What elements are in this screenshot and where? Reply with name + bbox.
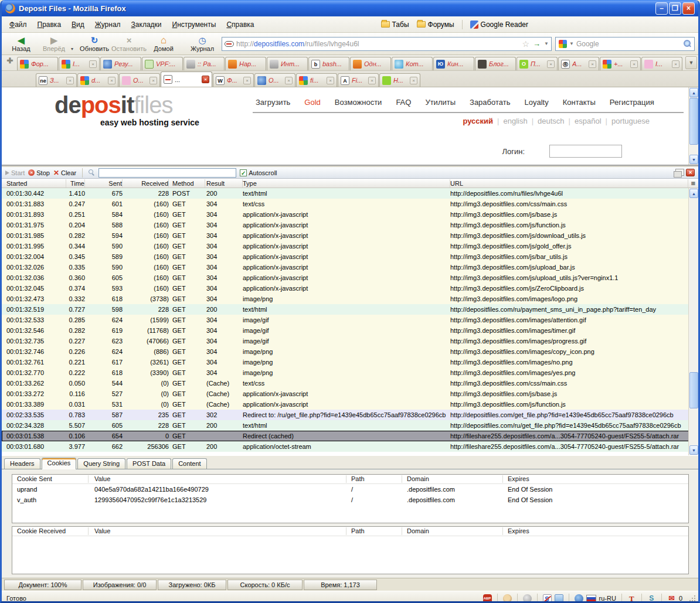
httpfox-start-button[interactable]: Start	[5, 169, 25, 176]
cookie-row[interactable]: uprand040e5a970da682a14211ba166e490729/.…	[12, 484, 688, 495]
search-box[interactable]: ▼ Google	[555, 37, 695, 51]
column-header-Started[interactable]: Started	[2, 179, 66, 188]
column-header-Method[interactable]: Method	[169, 179, 205, 188]
browser-tab[interactable]: Нар...	[225, 57, 266, 70]
browser-tab[interactable]: Инт...	[267, 57, 308, 70]
column-header-URL[interactable]: URL	[450, 179, 688, 188]
request-row[interactable]: 00:01:32.7700.222618(3390)GET304image/pn…	[2, 367, 698, 378]
detail-tab-Cookies[interactable]: Cookies	[42, 458, 77, 469]
browser-tab[interactable]: O...×	[254, 73, 295, 87]
toolbar-handle-icon[interactable]: ✚	[3, 56, 17, 69]
adblock-icon[interactable]: ABP	[483, 594, 492, 603]
tab-close-icon[interactable]: ×	[630, 60, 638, 68]
table-scrollbar[interactable]: ▲ ▼	[688, 188, 698, 455]
browser-tab[interactable]: fi...×	[296, 73, 337, 87]
request-row[interactable]: 00:02:33.5350.783587235GET302Redirect to…	[2, 410, 698, 420]
request-row[interactable]: 00:03:01.6803.977662256306GET200applicat…	[2, 441, 698, 452]
request-row[interactable]: 00:01:32.5190.727598228GET200text/htmlht…	[2, 304, 698, 315]
request-row[interactable]: 00:01:32.0450.374593(160)GET304applicati…	[2, 283, 698, 294]
request-row[interactable]: 00:01:30.4421.410675228POST200text/htmlh…	[2, 188, 698, 199]
bookmark-folder-forums[interactable]: Форумы	[414, 19, 457, 30]
httpfox-filter-input[interactable]	[98, 168, 236, 178]
request-row[interactable]: 00:01:33.2720.116527(0)GET(Cache)applica…	[2, 389, 698, 399]
mail-icon[interactable]: ✉	[667, 594, 676, 603]
browser-tab[interactable]: ⓐA...×	[558, 57, 599, 70]
home-button[interactable]: ⌂ Домой	[148, 33, 179, 54]
browser-tab[interactable]: Кот...	[392, 57, 433, 70]
checkbox-checked-icon[interactable]: ✓	[240, 169, 247, 176]
browser-tab[interactable]: ...×	[161, 71, 212, 87]
tab-close-icon[interactable]: ×	[108, 77, 115, 84]
request-row[interactable]: 00:01:32.0040.345589(160)GET304applicati…	[2, 251, 698, 262]
site-menu-Загрузить[interactable]: Загрузить	[256, 98, 290, 107]
browser-tab[interactable]: neЗ...×	[36, 73, 77, 87]
request-row[interactable]: 00:01:32.5460.282619(11768)GET304image/g…	[2, 325, 698, 336]
request-row[interactable]: 00:03:01.5380.1066540GETRedirect (cached…	[2, 431, 698, 441]
request-row[interactable]: 00:01:31.9750.204588(160)GET304applicati…	[2, 220, 698, 230]
close-panel-icon[interactable]: ✕	[686, 169, 695, 176]
httpfox-clear-button[interactable]: ✕ Clear	[53, 169, 76, 177]
menu-Вид[interactable]: Вид	[66, 18, 90, 31]
request-row[interactable]: 00:01:33.3890.031531(0)GET(Cache)applica…	[2, 399, 698, 410]
request-row[interactable]: 00:01:32.7350.227623(47066)GET304image/g…	[2, 336, 698, 346]
column-header-Received[interactable]: Received	[123, 179, 169, 188]
depositfiles-logo[interactable]: depositfiles	[55, 92, 172, 118]
scroll-down-icon[interactable]: ▼	[689, 155, 698, 164]
request-row[interactable]: 00:01:31.8830.247601(160)GET304text/cssh…	[2, 199, 698, 209]
detach-panel-icon[interactable]	[675, 169, 684, 176]
site-menu-Регистрация[interactable]: Регистрация	[610, 98, 654, 107]
status-ball-icon[interactable]	[523, 594, 532, 603]
request-row[interactable]: 00:01:33.2620.050544(0)GET(Cache)text/cs…	[2, 378, 698, 389]
browser-tab[interactable]: Резу...	[100, 57, 141, 70]
browser-tab[interactable]: Блог...	[475, 57, 516, 70]
menu-Закладки[interactable]: Закладки	[126, 18, 167, 31]
language-русский[interactable]: русский	[463, 117, 493, 125]
site-menu-Gold[interactable]: Gold	[304, 98, 320, 107]
globe-sync-icon[interactable]	[575, 594, 583, 603]
site-menu-Возможности[interactable]: Возможности	[335, 98, 382, 107]
forward-button[interactable]: ▶ Вперёд	[38, 33, 70, 54]
site-menu-Заработать[interactable]: Заработать	[470, 98, 510, 107]
tab-close-icon[interactable]: ×	[285, 77, 293, 84]
column-header-Type[interactable]: Type	[243, 179, 450, 188]
login-input[interactable]	[549, 145, 622, 158]
tab-close-icon[interactable]: ×	[202, 76, 209, 83]
bookmark-folder-tabs[interactable]: Табы	[379, 19, 412, 30]
tab-close-icon[interactable]: ×	[243, 77, 251, 84]
cookie-column-Path[interactable]: Path	[346, 475, 402, 483]
maximize-button[interactable]: ❐	[669, 2, 681, 15]
tab-close-icon[interactable]: ×	[672, 60, 679, 68]
tab-close-icon[interactable]: ×	[66, 77, 74, 84]
noscript-icon[interactable]: S	[543, 594, 552, 603]
russian-flag-icon[interactable]	[586, 595, 596, 602]
site-menu-Loyalty[interactable]: Loyalty	[524, 98, 548, 107]
request-row[interactable]: 00:01:32.0260.335590(160)GET304applicati…	[2, 262, 698, 272]
language-español[interactable]: español	[575, 117, 602, 125]
column-header-Time[interactable]: Time	[66, 179, 85, 188]
browser-tab[interactable]: +...×	[600, 57, 641, 70]
locale-label[interactable]: ru-RU	[599, 595, 616, 602]
page-scrollbar[interactable]: ▲ ▼	[688, 87, 698, 165]
detail-tab-Content[interactable]: Content	[172, 458, 207, 469]
detail-tab-Headers[interactable]: Headers	[4, 458, 40, 469]
browser-tab[interactable]: VPF:...	[142, 57, 183, 70]
search-icon[interactable]	[684, 40, 691, 47]
cookie-row[interactable]: v_auth12993560470952c99f76e1c1a3213529/.…	[12, 495, 688, 505]
menu-Инструменты[interactable]: Инструменты	[167, 18, 222, 31]
bookmark-star-icon[interactable]: ☆	[522, 39, 530, 49]
column-picker-icon[interactable]: ▦	[688, 179, 698, 188]
browser-tab[interactable]: I...×	[59, 57, 100, 70]
url-dropdown-icon[interactable]: ▼	[544, 41, 549, 46]
request-row[interactable]: 00:01:31.9850.282594(160)GET304applicati…	[2, 230, 698, 241]
cookie-column-Cookie Received[interactable]: Cookie Received	[12, 527, 89, 535]
greasemonkey-icon[interactable]	[503, 594, 512, 603]
column-header-Sent[interactable]: Sent	[85, 179, 123, 188]
request-row[interactable]: 00:01:32.7460.226624(886)GET304image/png…	[2, 346, 698, 357]
browser-tab[interactable]: d...×	[77, 73, 118, 87]
tab-close-icon[interactable]: ×	[368, 77, 376, 84]
scroll-down-icon[interactable]: ▼	[689, 445, 698, 455]
cookie-column-Domain[interactable]: Domain	[402, 475, 503, 483]
site-menu-Утилиты[interactable]: Утилиты	[425, 98, 456, 107]
stop-button[interactable]: × Остановить	[111, 33, 147, 54]
cookie-column-Path[interactable]: Path	[346, 527, 402, 535]
